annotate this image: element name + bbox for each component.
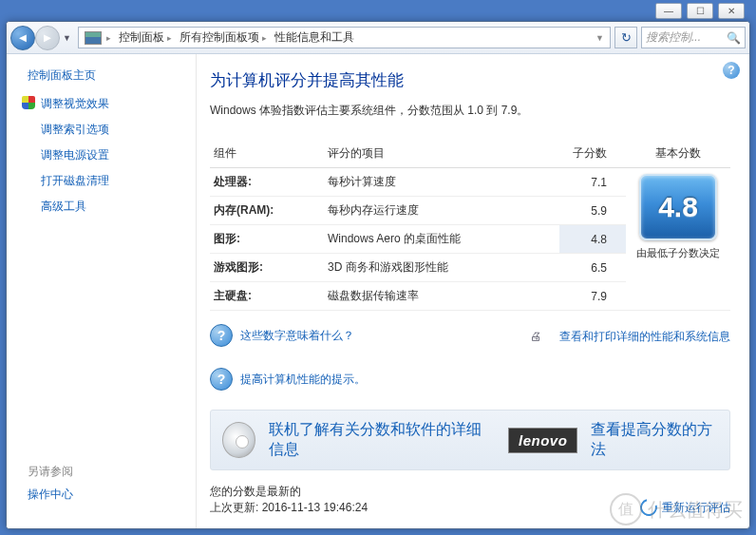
breadcrumb[interactable]: 性能信息和工具 [271, 29, 358, 46]
sidebar: 控制面板主页 调整视觉效果 调整索引选项 调整电源设置 打开磁盘清理 高级工具 … [7, 54, 197, 528]
help-link-tips[interactable]: ? 提高计算机性能的提示。 [210, 368, 366, 391]
cell-subscore: 6.5 [559, 254, 626, 282]
base-score-cell: 4.8由最低子分数决定 [626, 168, 730, 311]
last-updated: 上次更新: 2016-11-13 19:46:24 [210, 500, 368, 516]
breadcrumb[interactable]: 控制面板 ▸ [115, 29, 176, 46]
software-info-link[interactable]: 联机了解有关分数和软件的详细信息 [269, 420, 495, 460]
see-also-section: 另请参阅 操作中心 [14, 464, 188, 515]
cell-subscore: 4.8 [559, 225, 626, 254]
page-description: Windows 体验指数评估主要系统组件，分数范围从 1.0 到 7.9。 [210, 103, 730, 119]
nav-arrows: ◄ ► ▼ [10, 26, 74, 50]
vendor-logo: lenovo [508, 428, 577, 453]
cell-component: 主硬盘: [210, 282, 324, 311]
sidebar-link-advanced-tools[interactable]: 高级工具 [14, 196, 188, 218]
base-score-label: 由最低子分数决定 [630, 246, 727, 260]
page-title: 为计算机评分并提高其性能 [210, 69, 730, 91]
cell-subscore: 7.1 [559, 168, 626, 197]
score-status: 您的分数是最新的 [210, 484, 368, 500]
history-dropdown-icon[interactable]: ▼ [63, 33, 71, 43]
cell-subscore: 7.9 [559, 282, 626, 311]
cell-item: Windows Aero 的桌面性能 [324, 225, 559, 254]
question-icon: ? [210, 368, 233, 391]
cell-item: 磁盘数据传输速率 [324, 282, 559, 311]
sidebar-link-power[interactable]: 调整电源设置 [14, 144, 188, 166]
disc-icon [222, 422, 255, 458]
rerun-assessment-link[interactable]: 重新运行评估 [640, 499, 730, 516]
sidebar-link-disk-cleanup[interactable]: 打开磁盘清理 [14, 170, 188, 192]
col-subscore: 子分数 [559, 140, 626, 168]
back-button[interactable]: ◄ [10, 26, 35, 50]
address-bar[interactable]: ▸ 控制面板 ▸ 所有控制面板项 ▸ 性能信息和工具 ▼ [78, 27, 611, 48]
maximize-button[interactable]: ☐ [687, 3, 713, 19]
cell-component: 处理器: [210, 168, 324, 197]
sidebar-link-indexing[interactable]: 调整索引选项 [14, 119, 188, 141]
sidebar-header[interactable]: 控制面板主页 [14, 67, 188, 84]
control-panel-window: ◄ ► ▼ ▸ 控制面板 ▸ 所有控制面板项 ▸ 性能信息和工具 ▼ ↻ 搜索控… [6, 21, 750, 529]
window-chrome: — ☐ ✕ [655, 3, 745, 19]
cell-component: 内存(RAM): [210, 197, 324, 225]
see-also-header: 另请参阅 [14, 464, 188, 480]
search-input[interactable]: 搜索控制... 🔍 [641, 27, 746, 48]
search-icon: 🔍 [727, 31, 741, 45]
footer: 您的分数是最新的 上次更新: 2016-11-13 19:46:24 重新运行评… [210, 484, 730, 516]
base-score-value: 4.8 [658, 191, 698, 223]
navigation-bar: ◄ ► ▼ ▸ 控制面板 ▸ 所有控制面板项 ▸ 性能信息和工具 ▼ ↻ 搜索控… [7, 22, 749, 54]
minimize-button[interactable]: — [655, 3, 682, 19]
cell-component: 图形: [210, 225, 324, 254]
print-details-link[interactable]: 🖨 查看和打印详细的性能和系统信息 [520, 324, 730, 349]
cell-item: 每秒内存运行速度 [324, 197, 559, 225]
sidebar-link-visual-effects[interactable]: 调整视觉效果 [14, 93, 188, 115]
close-button[interactable]: ✕ [718, 3, 745, 19]
col-component: 组件 [210, 140, 324, 168]
control-panel-icon [85, 31, 102, 45]
table-row: 处理器: 每秒计算速度 7.14.8由最低子分数决定 [210, 168, 730, 197]
cell-item: 3D 商务和游戏图形性能 [324, 254, 559, 282]
cell-item: 每秒计算速度 [324, 168, 559, 197]
help-icon[interactable]: ? [723, 62, 740, 79]
vendor-panel: 联机了解有关分数和软件的详细信息 lenovo 查看提高分数的方法 [210, 410, 730, 470]
forward-button[interactable]: ► [35, 26, 60, 50]
cell-subscore: 5.9 [559, 197, 626, 225]
refresh-button[interactable]: ↻ [614, 27, 637, 48]
help-link-meaning[interactable]: ? 这些数字意味着什么？ [210, 324, 366, 347]
content-area: ? 为计算机评分并提高其性能 Windows 体验指数评估主要系统组件，分数范围… [197, 54, 749, 528]
breadcrumb-root[interactable]: ▸ [81, 31, 115, 45]
printer-icon: 🖨 [520, 324, 552, 349]
vendor-improve-link[interactable]: 查看提高分数的方法 [591, 420, 718, 460]
col-item: 评分的项目 [324, 140, 559, 168]
sidebar-link-action-center[interactable]: 操作中心 [14, 484, 188, 506]
address-dropdown-icon[interactable]: ▼ [592, 33, 608, 43]
scores-table: 组件 评分的项目 子分数 基本分数 处理器: 每秒计算速度 7.14.8由最低子… [210, 140, 730, 311]
search-placeholder: 搜索控制... [646, 29, 701, 46]
col-basescore: 基本分数 [626, 140, 730, 168]
score-badge: 4.8 [639, 174, 717, 240]
question-icon: ? [210, 324, 233, 347]
breadcrumb[interactable]: 所有控制面板项 ▸ [176, 29, 271, 46]
cell-component: 游戏图形: [210, 254, 324, 282]
